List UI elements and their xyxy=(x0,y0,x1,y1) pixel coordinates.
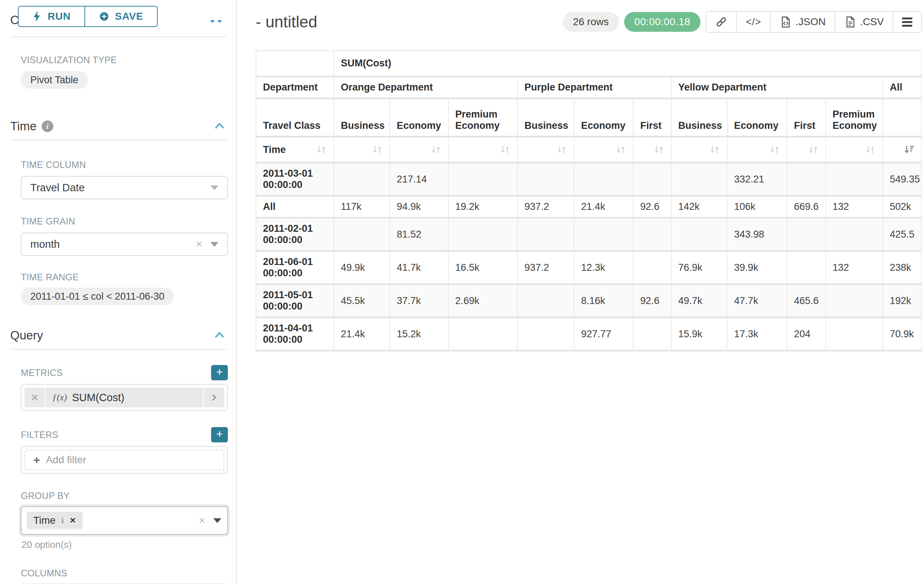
pivot-value-cell: 117k xyxy=(334,196,390,218)
pivot-value-cell xyxy=(334,163,390,196)
filters-label: FILTERS xyxy=(21,429,58,440)
pivot-value-cell xyxy=(787,251,826,285)
pivot-value-cell xyxy=(574,163,633,196)
pivot-value-cell: 132 xyxy=(826,196,883,218)
add-filter-plus-button[interactable]: + xyxy=(211,427,228,443)
col-group-all: All xyxy=(883,77,921,99)
sort-icon[interactable] xyxy=(316,144,327,155)
chart-panel: - untitled 26 rows 00:00:00.18 </> .JSON… xyxy=(237,0,924,584)
sort-icon[interactable] xyxy=(372,144,383,155)
sort-cell[interactable] xyxy=(518,137,574,163)
add-filter-button[interactable]: + Add filter xyxy=(25,450,224,470)
time-column-select[interactable]: Travel Date xyxy=(21,176,228,199)
chart-menu-button[interactable] xyxy=(893,12,921,32)
sort-cell[interactable] xyxy=(334,137,390,163)
sort-icon[interactable] xyxy=(808,144,819,155)
pivot-value-cell: 937.2 xyxy=(518,251,574,285)
sort-icon[interactable] xyxy=(431,144,442,155)
sub-column-header: Economy xyxy=(574,99,633,137)
remove-metric-icon[interactable]: ✕ xyxy=(25,388,46,407)
sort-icon[interactable] xyxy=(556,144,567,155)
pivot-row-label: 2011-06-01 00:00:00 xyxy=(256,251,334,285)
time-range-pill[interactable]: 2011-01-01 ≤ col < 2011-06-30 xyxy=(21,288,174,305)
visualization-type-pill[interactable]: Pivot Table xyxy=(21,71,88,89)
sort-row: Time xyxy=(256,137,921,163)
pivot-value-cell: 142k xyxy=(671,196,727,218)
results-toolbar: 26 rows 00:00:00.18 </> .JSON .CSV xyxy=(563,11,922,33)
pivot-value-cell xyxy=(787,218,826,251)
metrics-label: METRICS xyxy=(21,368,63,378)
query-timer-badge: 00:00:00.18 xyxy=(624,12,701,32)
run-button[interactable]: RUN xyxy=(18,6,85,27)
sort-cell[interactable] xyxy=(787,137,826,163)
metric-name: SUM(Cost) xyxy=(72,392,124,404)
sort-cell-all[interactable] xyxy=(883,137,921,163)
export-json-button[interactable]: .JSON xyxy=(770,12,834,32)
function-icon: ƒ(x) xyxy=(52,392,67,403)
collapse-query-section-button[interactable] xyxy=(213,329,226,342)
section-divider xyxy=(10,140,226,140)
pivot-row-label: 2011-04-01 00:00:00 xyxy=(256,317,334,351)
export-csv-button[interactable]: .CSV xyxy=(835,12,893,32)
pivot-value-cell: 332.21 xyxy=(727,163,787,196)
clear-icon[interactable]: × xyxy=(191,239,208,250)
pivot-value-cell: 927.77 xyxy=(574,317,633,351)
pivot-value-cell: 49.7k xyxy=(671,285,727,317)
group-by-chip-time[interactable]: Time i ✕ xyxy=(26,512,82,529)
sort-cell[interactable] xyxy=(826,137,883,163)
sub-column-header: First xyxy=(633,99,671,137)
sort-cell[interactable] xyxy=(671,137,727,163)
pivot-value-cell xyxy=(633,317,671,351)
lightning-icon xyxy=(32,11,42,22)
add-metric-button[interactable]: + xyxy=(211,365,228,380)
info-icon[interactable]: i xyxy=(61,516,64,525)
sort-icon[interactable] xyxy=(709,144,720,155)
chevron-down-icon[interactable] xyxy=(210,186,218,190)
sort-cell[interactable] xyxy=(633,137,671,163)
chevron-right-icon[interactable]: › xyxy=(203,388,224,407)
pivot-value-cell: 132 xyxy=(826,251,883,285)
metric-chip[interactable]: ✕ ƒ(x) SUM(Cost) › xyxy=(25,388,224,407)
clear-icon[interactable]: × xyxy=(193,515,210,526)
view-query-button[interactable]: </> xyxy=(736,12,770,32)
sort-cell[interactable] xyxy=(727,137,787,163)
plus-icon: + xyxy=(216,428,223,440)
pivot-value-cell xyxy=(334,218,390,251)
time-sort-cell[interactable]: Time xyxy=(256,137,334,163)
col-group-yellow: Yellow Department xyxy=(671,77,883,99)
sort-icon[interactable] xyxy=(865,144,876,155)
chevron-down-icon[interactable] xyxy=(210,242,218,247)
sort-cell[interactable] xyxy=(390,137,448,163)
sort-cell[interactable] xyxy=(574,137,633,163)
travel-class-header-row: Travel Class Business Economy Premium Ec… xyxy=(256,99,921,137)
share-link-button[interactable] xyxy=(706,12,736,32)
pivot-value-cell: 238k xyxy=(883,251,921,285)
sort-cell[interactable] xyxy=(449,137,518,163)
time-grain-select[interactable]: month × xyxy=(21,232,228,256)
sort-icon[interactable] xyxy=(615,144,626,155)
sort-desc-icon[interactable] xyxy=(904,144,914,155)
sort-icon[interactable] xyxy=(500,144,511,155)
pivot-value-cell: 549.35 xyxy=(883,163,921,196)
pivot-value-cell xyxy=(826,163,883,196)
pivot-value-cell: 37.7k xyxy=(390,285,448,317)
sort-icon[interactable] xyxy=(653,144,664,155)
pivot-row: 2011-02-01 00:00:0081.52343.98425.5 xyxy=(256,218,921,251)
filters-control: + Add filter xyxy=(21,446,228,474)
chevron-down-icon[interactable] xyxy=(213,518,221,523)
remove-chip-icon[interactable]: ✕ xyxy=(70,516,76,525)
metric-header-cell: SUM(Cost) xyxy=(334,51,921,77)
group-by-select[interactable]: Time i ✕ × xyxy=(21,506,228,535)
hamburger-menu-icon xyxy=(902,18,912,26)
save-button[interactable]: SAVE xyxy=(85,6,158,27)
group-by-option-count: 20 option(s) xyxy=(21,539,236,550)
pivot-value-cell xyxy=(518,285,574,317)
info-icon[interactable]: i xyxy=(42,120,53,132)
collapse-time-section-button[interactable] xyxy=(213,120,226,133)
sub-column-header: Business xyxy=(334,99,390,137)
page-title[interactable]: - untitled xyxy=(256,13,317,31)
sub-column-header: Business xyxy=(671,99,727,137)
sort-icon[interactable] xyxy=(769,144,780,155)
col-group-purple: Purple Department xyxy=(518,77,671,99)
pivot-value-cell: 92.6 xyxy=(633,285,671,317)
